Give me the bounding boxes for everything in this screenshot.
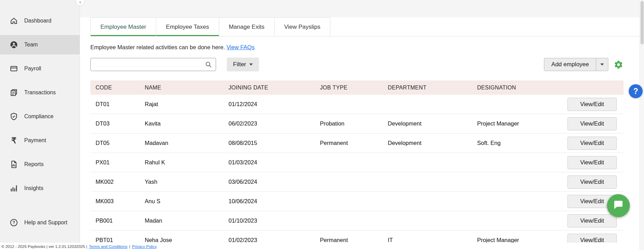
view-edit-button[interactable]: View/Edit bbox=[567, 137, 617, 150]
cell-joining-date: 01/02/2023 bbox=[229, 237, 320, 243]
sidebar-item-label: Compliance bbox=[24, 113, 53, 120]
cell-department: IT bbox=[388, 237, 477, 243]
view-edit-button[interactable]: View/Edit bbox=[567, 117, 617, 130]
tab-employee-master[interactable]: Employee Master bbox=[90, 17, 156, 36]
column-header-joining-date: JOINING DATE bbox=[229, 85, 320, 91]
cell-actions: View/Edit bbox=[567, 234, 617, 243]
sidebar-item-label: Help and Support bbox=[24, 219, 68, 226]
privacy-link[interactable]: Privacy Policy bbox=[132, 244, 157, 249]
cell-designation: Project Manager bbox=[477, 237, 567, 243]
view-edit-button[interactable]: View/Edit bbox=[567, 156, 617, 169]
svg-text:?: ? bbox=[12, 220, 15, 225]
view-edit-button[interactable]: View/Edit bbox=[567, 175, 617, 189]
tab-bar: Employee MasterEmployee TaxesManage Exit… bbox=[90, 17, 639, 36]
cell-joining-date: 01/10/2023 bbox=[229, 217, 320, 224]
cell-code: PBT01 bbox=[96, 237, 145, 243]
search-input[interactable] bbox=[95, 61, 205, 68]
view-faqs-link[interactable]: View FAQs bbox=[226, 44, 254, 50]
cell-department: Development bbox=[388, 140, 477, 146]
sidebar-item-label: Insights bbox=[24, 185, 43, 191]
cell-designation: Soft. Eng bbox=[477, 140, 567, 146]
table-row: DT03Kavita06/02/2023ProbationDevelopment… bbox=[90, 114, 624, 133]
cell-joining-date: 01/03/2024 bbox=[229, 159, 320, 166]
settings-gear-icon[interactable] bbox=[613, 59, 624, 70]
footer: © 2012 - 2025 Paybooks | ver 1.2.01.1203… bbox=[0, 243, 644, 250]
table-row: DT01Rajat01/12/2024View/Edit bbox=[90, 95, 624, 114]
cell-joining-date: 10/06/2024 bbox=[229, 198, 320, 205]
sidebar-item-dashboard[interactable]: Dashboard bbox=[0, 11, 80, 31]
cell-name: Kavita bbox=[145, 120, 229, 127]
tab-employee-taxes[interactable]: Employee Taxes bbox=[156, 17, 219, 36]
sidebar-item-help-and-support[interactable]: ? Help and Support bbox=[0, 213, 80, 232]
cell-actions: View/Edit bbox=[567, 137, 617, 150]
cell-designation: Project Manager bbox=[477, 120, 567, 127]
employee-table: CODENAMEJOINING DATEJOB TYPEDEPARTMENTDE… bbox=[90, 80, 624, 243]
chat-icon bbox=[613, 199, 624, 212]
payment-icon: ₹ bbox=[9, 136, 18, 145]
cell-name: Neha Jose bbox=[145, 237, 229, 243]
table-row: PB001Madan01/10/2023View/Edit bbox=[90, 211, 624, 231]
cell-department: Development bbox=[388, 120, 477, 127]
search-box bbox=[90, 58, 216, 71]
reports-icon bbox=[9, 160, 18, 169]
column-header-designation: DESIGNATION bbox=[477, 85, 567, 91]
cell-code: DT05 bbox=[96, 140, 145, 146]
cell-code: DT01 bbox=[96, 101, 145, 107]
table-row: MK003Anu S10/06/2024View/Edit bbox=[90, 192, 624, 211]
cell-code: PX01 bbox=[96, 159, 145, 166]
cell-actions: View/Edit bbox=[567, 117, 617, 130]
add-employee-dropdown[interactable] bbox=[596, 58, 608, 71]
search-icon[interactable] bbox=[205, 61, 212, 68]
cell-joining-date: 01/12/2024 bbox=[229, 101, 320, 107]
sidebar-item-label: Team bbox=[24, 42, 38, 48]
chevron-down-icon bbox=[600, 63, 604, 66]
filter-button[interactable]: Filter bbox=[227, 58, 259, 71]
cell-job-type: Permanent bbox=[320, 140, 388, 146]
table-body: DT01Rajat01/12/2024View/EditDT03Kavita06… bbox=[90, 95, 624, 243]
view-edit-button[interactable]: View/Edit bbox=[567, 214, 617, 227]
page-description: Employee Master related activities can b… bbox=[90, 44, 644, 51]
tab-view-payslips[interactable]: View Payslips bbox=[274, 17, 331, 36]
sidebar-item-payment[interactable]: ₹Payment bbox=[0, 131, 80, 150]
add-employee-button[interactable]: Add employee bbox=[544, 58, 608, 71]
terms-link[interactable]: Terms and Conditions bbox=[89, 244, 127, 249]
scrollbar-thumb[interactable] bbox=[641, 1, 644, 44]
cell-job-type: Permanent bbox=[320, 237, 388, 243]
page-scrollbar[interactable] bbox=[639, 0, 644, 250]
help-icon: ? bbox=[9, 218, 18, 227]
view-edit-button[interactable]: View/Edit bbox=[567, 234, 617, 243]
sidebar-item-transactions[interactable]: Transactions bbox=[0, 83, 80, 102]
description-text: Employee Master related activities can b… bbox=[90, 44, 225, 50]
sidebar-item-label: Transactions bbox=[24, 89, 56, 96]
column-header-job-type: JOB TYPE bbox=[320, 85, 388, 91]
help-bubble-button[interactable]: ? bbox=[629, 84, 643, 98]
table-row: DT05Madavan08/08/2015PermanentDevelopmen… bbox=[90, 133, 624, 153]
filter-label: Filter bbox=[233, 61, 246, 68]
table-header-row: CODENAMEJOINING DATEJOB TYPEDEPARTMENTDE… bbox=[90, 80, 624, 95]
team-icon bbox=[9, 40, 18, 49]
cell-code: MK003 bbox=[96, 198, 145, 205]
sidebar-item-payroll[interactable]: Payroll bbox=[0, 59, 80, 78]
transactions-icon bbox=[9, 88, 18, 97]
cell-joining-date: 08/08/2015 bbox=[229, 140, 320, 146]
home-icon bbox=[9, 16, 18, 25]
chevron-down-icon bbox=[249, 63, 253, 66]
cell-joining-date: 06/02/2023 bbox=[229, 120, 320, 127]
cell-name: Rahul K bbox=[145, 159, 229, 166]
table-row: MK002Yash03/06/2024View/Edit bbox=[90, 172, 624, 192]
sidebar-item-insights[interactable]: Insights bbox=[0, 179, 80, 198]
main-content: Employee MasterEmployee TaxesManage Exit… bbox=[80, 0, 644, 243]
sidebar-item-reports[interactable]: Reports bbox=[0, 155, 80, 174]
top-strip bbox=[80, 0, 644, 17]
cell-joining-date: 03/06/2024 bbox=[229, 179, 320, 185]
chat-widget-button[interactable] bbox=[607, 194, 630, 217]
cell-name: Yash bbox=[145, 179, 229, 185]
sidebar-nav: DashboardTeamPayrollTransactionsComplian… bbox=[0, 0, 80, 198]
sidebar-item-compliance[interactable]: Compliance bbox=[0, 107, 80, 126]
tab-manage-exits[interactable]: Manage Exits bbox=[219, 17, 275, 36]
view-edit-button[interactable]: View/Edit bbox=[567, 98, 617, 111]
cell-actions: View/Edit bbox=[567, 98, 617, 111]
sidebar-item-team[interactable]: Team bbox=[0, 35, 80, 54]
add-employee-label: Add employee bbox=[544, 58, 596, 71]
column-header-name: NAME bbox=[145, 85, 229, 91]
